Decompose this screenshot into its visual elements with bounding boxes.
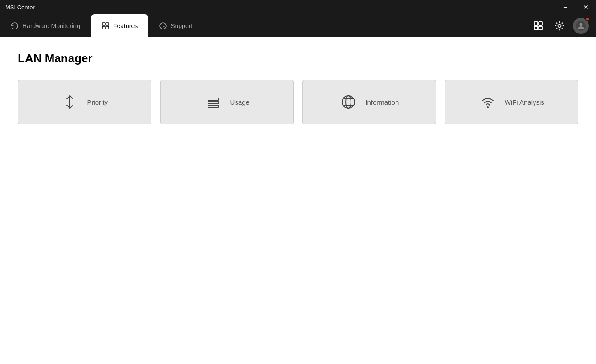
window-controls: − ✕ — [555, 0, 596, 14]
title-bar: MSI Center − ✕ — [0, 0, 596, 14]
svg-rect-14 — [208, 102, 219, 104]
priority-label: Priority — [87, 98, 108, 106]
page-title: LAN Manager — [18, 52, 578, 65]
tab-support[interactable]: Support — [148, 14, 203, 37]
wifi-analysis-label: WiFi Analysis — [505, 98, 544, 106]
user-avatar-button[interactable] — [573, 18, 589, 34]
tab-support-label: Support — [171, 22, 192, 29]
svg-rect-7 — [534, 26, 538, 30]
tab-features-label: Features — [113, 22, 138, 29]
settings-button[interactable] — [551, 18, 567, 34]
information-card[interactable]: Information — [302, 80, 436, 124]
usage-label: Usage — [230, 98, 249, 106]
grid-view-button[interactable] — [530, 18, 546, 34]
close-button[interactable]: ✕ — [576, 0, 596, 14]
tab-features[interactable]: Features — [91, 14, 148, 37]
svg-rect-5 — [534, 22, 538, 25]
support-icon — [159, 22, 167, 30]
wifi-analysis-icon — [479, 93, 497, 111]
priority-card[interactable]: Priority — [18, 80, 151, 124]
usage-card[interactable]: Usage — [160, 80, 294, 124]
svg-rect-8 — [539, 26, 542, 30]
tab-bar-right-actions — [530, 18, 589, 34]
priority-icon — [61, 93, 79, 111]
minimize-button[interactable]: − — [555, 0, 576, 14]
tab-bar: Hardware Monitoring Features Support — [0, 14, 596, 37]
svg-rect-0 — [102, 23, 105, 25]
information-icon — [339, 93, 357, 111]
feature-cards-grid: Priority Usage — [18, 80, 578, 124]
svg-point-9 — [558, 24, 561, 27]
main-content: LAN Manager Priority — [0, 37, 596, 364]
wifi-analysis-card[interactable]: WiFi Analysis — [445, 80, 579, 124]
notification-dot — [585, 17, 590, 21]
svg-point-11 — [580, 23, 583, 26]
tab-hardware-monitoring[interactable]: Hardware Monitoring — [0, 14, 91, 37]
svg-rect-1 — [106, 23, 109, 25]
svg-point-21 — [487, 106, 489, 108]
svg-rect-6 — [539, 22, 542, 25]
svg-rect-2 — [102, 26, 105, 29]
tab-hardware-monitoring-label: Hardware Monitoring — [22, 22, 80, 29]
app-title: MSI Center — [5, 4, 35, 11]
information-label: Information — [365, 98, 399, 106]
features-icon — [102, 22, 110, 30]
svg-rect-13 — [208, 98, 219, 100]
usage-icon — [204, 93, 222, 111]
svg-rect-15 — [208, 105, 219, 107]
hardware-monitoring-icon — [11, 22, 19, 30]
svg-rect-3 — [106, 26, 109, 29]
